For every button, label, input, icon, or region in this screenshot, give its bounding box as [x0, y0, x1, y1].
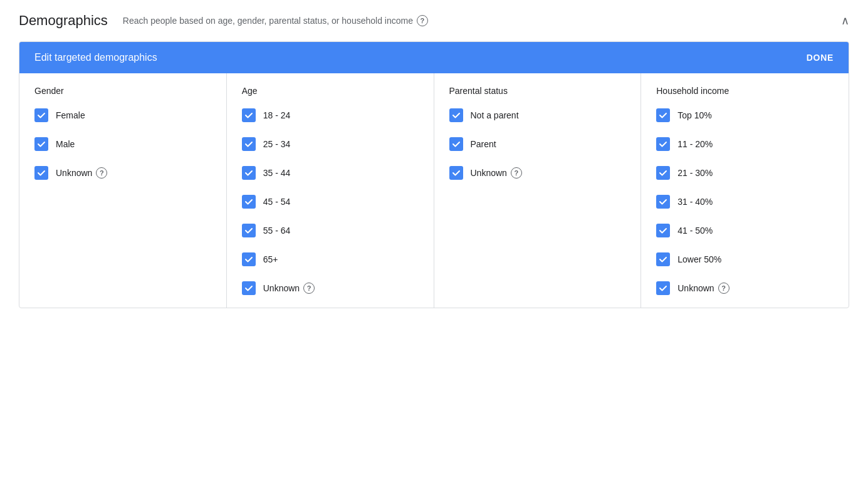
checkbox-age-6[interactable]	[242, 281, 256, 295]
checkbox-gender-2[interactable]	[34, 166, 48, 180]
checkbox-age-1[interactable]	[242, 137, 256, 151]
column-household_income: Household income Top 10% 11 - 20% 21 - 3…	[641, 73, 849, 308]
checkbox-label-age-4: 55 - 64	[263, 226, 291, 236]
checkbox-item-household_income-5: Lower 50%	[656, 252, 834, 266]
checkbox-parental_status-2[interactable]	[449, 166, 463, 180]
page-header: Demographics Reach people based on age, …	[19, 13, 849, 29]
checkbox-item-age-1: 25 - 34	[242, 137, 419, 151]
collapse-icon[interactable]: ∧	[841, 14, 849, 28]
checkbox-household_income-5[interactable]	[656, 252, 670, 266]
demographics-card: Edit targeted demographics DONE Gender F…	[19, 41, 849, 308]
checkbox-label-household_income-6: Unknown?	[677, 283, 729, 294]
checkbox-label-parental_status-2: Unknown?	[471, 167, 522, 179]
checkbox-label-gender-2: Unknown?	[56, 167, 107, 179]
checkbox-item-household_income-1: 11 - 20%	[656, 137, 834, 151]
checkbox-label-household_income-2: 21 - 30%	[677, 168, 713, 178]
checkbox-age-4[interactable]	[242, 224, 256, 237]
help-icon-parental_status-2[interactable]: ?	[511, 167, 522, 179]
checkbox-label-household_income-4: 41 - 50%	[677, 226, 713, 236]
checkbox-item-age-3: 45 - 54	[242, 195, 419, 209]
help-icon-gender-2[interactable]: ?	[96, 167, 107, 179]
checkbox-label-household_income-1: 11 - 20%	[677, 139, 713, 149]
subtitle-help-icon[interactable]: ?	[417, 15, 428, 26]
checkbox-label-gender-0: Female	[56, 110, 85, 120]
column-parental_status: Parental status Not a parent Parent Unkn…	[434, 73, 642, 308]
column-age: Age 18 - 24 25 - 34 35 - 44 45 - 54 55 -…	[227, 73, 434, 308]
checkbox-item-household_income-2: 21 - 30%	[656, 166, 834, 180]
checkbox-item-household_income-0: Top 10%	[656, 108, 834, 122]
checkbox-label-parental_status-0: Not a parent	[471, 110, 519, 120]
done-button[interactable]: DONE	[807, 53, 834, 63]
column-title-gender: Gender	[34, 86, 211, 96]
checkbox-item-parental_status-1: Parent	[449, 137, 626, 151]
page-title: Demographics	[19, 13, 108, 29]
checkbox-household_income-1[interactable]	[656, 137, 670, 151]
checkbox-label-parental_status-1: Parent	[471, 139, 496, 149]
checkbox-item-age-0: 18 - 24	[242, 108, 419, 122]
checkbox-item-gender-2: Unknown?	[34, 166, 211, 180]
column-title-household_income: Household income	[656, 86, 834, 96]
checkbox-age-5[interactable]	[242, 252, 256, 266]
checkbox-label-household_income-3: 31 - 40%	[677, 197, 713, 207]
checkbox-household_income-3[interactable]	[656, 195, 670, 209]
checkbox-gender-1[interactable]	[34, 137, 48, 151]
checkbox-household_income-2[interactable]	[656, 166, 670, 180]
checkbox-label-age-1: 25 - 34	[263, 139, 291, 149]
checkbox-parental_status-0[interactable]	[449, 108, 463, 122]
checkbox-item-gender-0: Female	[34, 108, 211, 122]
checkbox-household_income-0[interactable]	[656, 108, 670, 122]
checkbox-item-age-2: 35 - 44	[242, 166, 419, 180]
checkbox-item-household_income-3: 31 - 40%	[656, 195, 834, 209]
column-gender: Gender Female Male Unknown?	[19, 73, 227, 308]
checkbox-age-2[interactable]	[242, 166, 256, 180]
card-header-title: Edit targeted demographics	[34, 52, 157, 63]
checkbox-item-age-4: 55 - 64	[242, 224, 419, 237]
checkbox-gender-0[interactable]	[34, 108, 48, 122]
card-header: Edit targeted demographics DONE	[19, 42, 849, 73]
checkbox-label-gender-1: Male	[56, 139, 75, 149]
checkbox-item-parental_status-2: Unknown?	[449, 166, 626, 180]
page-subtitle: Reach people based on age, gender, paren…	[123, 15, 428, 26]
checkbox-household_income-6[interactable]	[656, 281, 670, 295]
column-title-parental_status: Parental status	[449, 86, 626, 96]
checkbox-item-age-6: Unknown?	[242, 281, 419, 295]
checkbox-item-gender-1: Male	[34, 137, 211, 151]
checkbox-label-household_income-0: Top 10%	[677, 110, 711, 120]
checkbox-label-age-3: 45 - 54	[263, 197, 291, 207]
help-icon-age-6[interactable]: ?	[303, 283, 315, 294]
checkbox-label-age-0: 18 - 24	[263, 110, 291, 120]
column-title-age: Age	[242, 86, 419, 96]
checkbox-label-age-5: 65+	[263, 254, 278, 264]
checkbox-item-age-5: 65+	[242, 252, 419, 266]
checkbox-item-household_income-6: Unknown?	[656, 281, 834, 295]
checkbox-item-parental_status-0: Not a parent	[449, 108, 626, 122]
checkbox-item-household_income-4: 41 - 50%	[656, 224, 834, 237]
help-icon-household_income-6[interactable]: ?	[718, 283, 729, 294]
checkbox-label-age-2: 35 - 44	[263, 168, 291, 178]
checkbox-age-0[interactable]	[242, 108, 256, 122]
checkbox-age-3[interactable]	[242, 195, 256, 209]
checkbox-household_income-4[interactable]	[656, 224, 670, 237]
checkbox-label-age-6: Unknown?	[263, 283, 315, 294]
columns-container: Gender Female Male Unknown?Age 18 - 24 2…	[19, 73, 849, 308]
checkbox-parental_status-1[interactable]	[449, 137, 463, 151]
checkbox-label-household_income-5: Lower 50%	[677, 254, 721, 264]
